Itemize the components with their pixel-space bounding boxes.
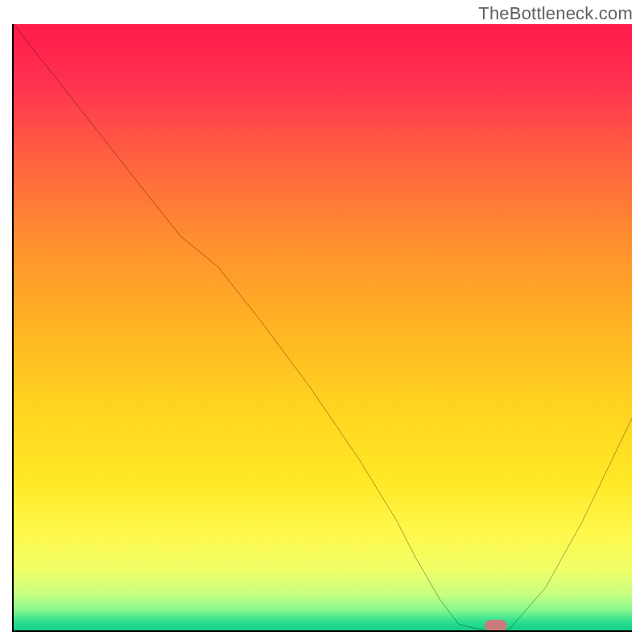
bottleneck-chart: TheBottleneck.com — [0, 0, 644, 644]
watermark-text: TheBottleneck.com — [478, 3, 633, 24]
bottleneck-curve — [14, 24, 632, 630]
bottleneck-marker — [485, 620, 507, 631]
plot-area — [12, 24, 632, 632]
